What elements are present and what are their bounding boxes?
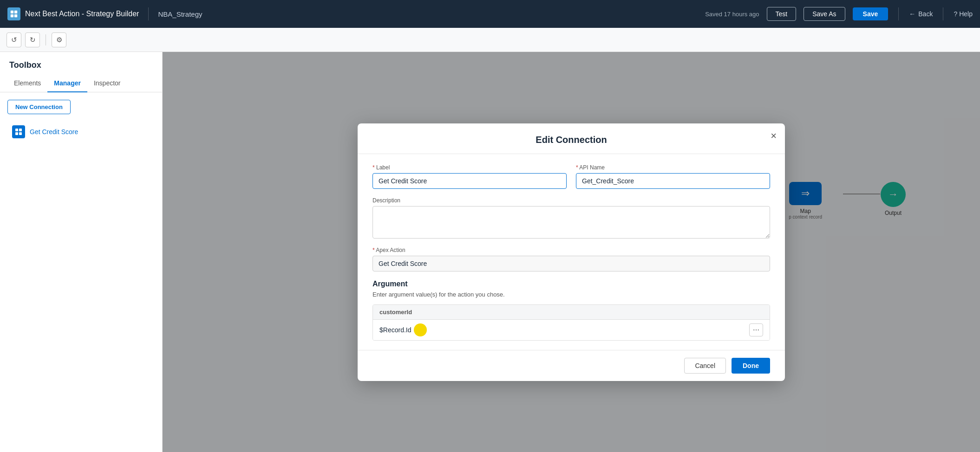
modal-body: * Label * API Name [358,154,785,350]
help-button[interactable]: ? Help [954,10,973,18]
help-icon: ? [954,10,957,18]
connection-item-label: Get Credit Score [30,128,78,136]
svg-rect-4 [15,129,18,131]
edit-connection-modal: × Edit Connection * Label [358,123,785,381]
apex-action-value: Get Credit Score [372,256,770,271]
label-field-label: * Label [372,164,567,171]
argument-section-title: Argument [372,280,770,288]
svg-rect-3 [14,14,17,17]
argument-section-desc: Enter argument value(s) for the action y… [372,291,770,298]
top-nav: Next Best Action - Strategy Builder NBA_… [0,0,980,28]
back-arrow-icon: ← [909,10,915,18]
svg-rect-6 [15,132,18,135]
svg-rect-2 [11,14,13,17]
toolbar-divider [46,34,46,45]
redo-icon: ↻ [30,36,36,44]
save-button[interactable]: Save [853,7,889,20]
api-name-field-label: * API Name [576,164,770,171]
label-form-group: * Label [372,164,567,189]
description-textarea[interactable] [372,206,770,239]
back-button[interactable]: ← Back [909,10,933,18]
modal-close-button[interactable]: × [771,130,777,142]
connection-icon [12,125,25,138]
canvas: ⇒ Map p context record → Output × Edit C… [163,52,980,452]
new-connection-button[interactable]: New Connection [7,100,71,114]
app-title-section: Next Best Action - Strategy Builder [7,7,149,20]
redo-button[interactable]: ↻ [25,32,40,47]
svg-rect-1 [14,11,17,13]
argument-table: customerId ⋯ [372,304,770,341]
settings-button[interactable]: ⚙ [52,32,66,47]
close-icon: × [771,130,777,142]
list-item[interactable]: Get Credit Score [7,122,155,142]
modal-footer: Cancel Done [358,350,785,381]
argument-table-header: customerId [373,305,770,320]
strategy-tab[interactable]: NBA_Strategy [149,10,211,18]
description-label: Description [372,197,770,204]
settings-icon: ⚙ [56,36,62,44]
tab-manager[interactable]: Manager [47,75,87,92]
argument-value-input[interactable] [379,326,745,334]
tab-elements[interactable]: Elements [7,75,47,92]
svg-rect-5 [19,129,22,131]
svg-rect-0 [11,11,13,13]
label-input[interactable] [372,173,567,189]
sidebar-tabs: Elements Manager Inspector [0,75,162,92]
argument-dots-button[interactable]: ⋯ [749,323,763,336]
test-button[interactable]: Test [767,7,797,21]
apex-action-label: * Apex Action [372,247,770,253]
label-api-row: * Label * API Name [372,164,770,189]
app-icon [7,7,20,20]
api-name-form-group: * API Name [576,164,770,189]
tab-inspector[interactable]: Inspector [87,75,127,92]
sidebar-body: New Connection Get Credit Score [0,92,162,149]
undo-button[interactable]: ↺ [7,32,21,47]
dots-icon: ⋯ [753,326,759,334]
main-layout: Toolbox Elements Manager Inspector New C… [0,52,980,452]
argument-table-row: ⋯ [373,320,770,340]
description-form-group: Description [372,197,770,239]
saved-status: Saved 17 hours ago [705,11,759,18]
save-as-button[interactable]: Save As [804,7,845,21]
done-button[interactable]: Done [732,358,770,374]
cursor-indicator [414,323,427,336]
apex-action-form-group: * Apex Action Get Credit Score [372,247,770,271]
modal-overlay: × Edit Connection * Label [163,52,980,452]
api-name-input[interactable] [576,173,770,189]
modal-title: Edit Connection [358,123,785,154]
svg-rect-7 [19,132,22,135]
sidebar-title: Toolbox [0,52,162,75]
app-title: Next Best Action - Strategy Builder [25,10,139,18]
sidebar: Toolbox Elements Manager Inspector New C… [0,52,163,452]
undo-icon: ↺ [11,36,17,44]
toolbar: ↺ ↻ ⚙ [0,28,980,52]
cancel-button[interactable]: Cancel [684,358,726,374]
